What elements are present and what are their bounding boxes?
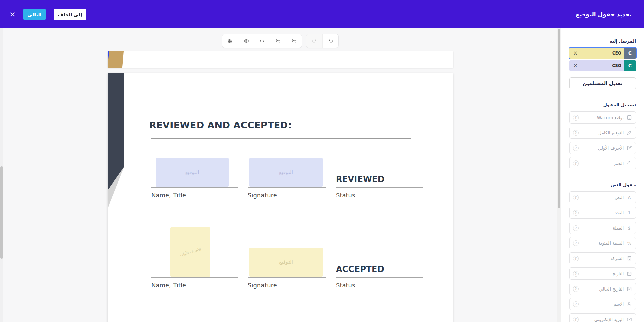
sidebar-item-label: الأحرف الأولى <box>598 146 624 151</box>
signature-fields-editor: تحديد حقول التوقيع التالي إلى الخلف × ال… <box>0 0 644 322</box>
recipients-title: المرسل إليه <box>569 39 636 44</box>
document-page-1-bottom <box>108 51 453 68</box>
grid-icon[interactable] <box>222 34 238 48</box>
column-label: Name, Title <box>151 192 186 199</box>
sidebar-item-label: التاريخ <box>612 271 624 276</box>
remove-recipient-icon[interactable]: × <box>569 63 582 69</box>
sidebar-item-label: النسبة المئوية <box>599 241 624 246</box>
sidebar-item-label: البريد الإلكتروني <box>594 317 624 322</box>
number-icon: 1 <box>627 210 632 215</box>
sidebar-item-label: العدد <box>615 210 624 215</box>
history-tools-group <box>306 34 339 48</box>
left-scrollbar-track <box>0 28 3 322</box>
document-scrollbar-thumb[interactable] <box>558 29 560 208</box>
help-icon[interactable]: ? <box>573 225 579 231</box>
column-label: Status <box>336 282 355 289</box>
help-icon[interactable]: ? <box>573 210 579 216</box>
avatar: C <box>624 48 636 59</box>
help-icon[interactable]: ? <box>573 286 579 292</box>
sidebar-item-currency[interactable]: $ العملة ? <box>569 222 636 234</box>
close-icon[interactable]: × <box>7 8 18 20</box>
sidebar-item-company[interactable]: الشركة ? <box>569 252 636 264</box>
sidebar-item-wacom-signature[interactable]: توقيع Wacom ? <box>569 111 636 124</box>
sidebar-item-email[interactable]: البريد الإلكتروني ? <box>569 313 636 322</box>
help-icon[interactable]: ? <box>573 271 579 277</box>
zoom-out-icon[interactable] <box>286 34 302 48</box>
sidebar-item-current-date[interactable]: التاريخ الحالي ? <box>569 283 636 295</box>
sidebar-item-label: التوقيع الكامل <box>598 130 624 135</box>
sidebar-item-full-signature[interactable]: التوقيع الكامل ? <box>569 127 636 139</box>
status-value: ACCEPTED <box>336 264 384 274</box>
sidebar-item-label: الختم <box>614 161 624 166</box>
initials-edit-icon <box>627 145 632 151</box>
help-icon[interactable]: ? <box>573 145 579 151</box>
recipient-chip-cso[interactable]: C CSO × <box>569 60 636 71</box>
sidebar-item-date[interactable]: التاريخ ? <box>569 267 636 280</box>
heading-rule <box>151 138 411 139</box>
edit-recipients-button[interactable]: تعديل المستلمين <box>569 77 636 89</box>
topbar: تحديد حقول التوقيع التالي إلى الخلف × <box>0 0 644 28</box>
initials-field[interactable]: الأحرف الأولى <box>170 227 210 277</box>
document-viewer: REVIEWED AND ACCEPTED: التوقيع التوقيع R… <box>0 28 561 322</box>
calendar-check-icon <box>627 286 632 292</box>
help-icon[interactable]: ? <box>573 115 579 121</box>
fields-sidebar: المرسل إليه C CEO × C CSO × تعديل المستل… <box>561 28 644 322</box>
sidebar-item-label: الاسم <box>613 302 624 307</box>
status-value: REVIEWED <box>336 175 385 184</box>
sidebar-item-name[interactable]: الاسم ? <box>569 298 636 310</box>
envelope-icon <box>627 317 632 322</box>
recipient-label: CEO <box>582 51 624 56</box>
viewer-toolbar <box>222 34 339 48</box>
help-icon[interactable]: ? <box>573 301 579 307</box>
back-button[interactable]: إلى الخلف <box>54 9 86 20</box>
column-label: Signature <box>248 192 277 199</box>
sidebar-item-label: النص <box>615 195 624 200</box>
help-icon[interactable]: ? <box>573 256 579 261</box>
page-accent-tan <box>108 51 124 68</box>
signature-field[interactable]: التوقيع <box>249 158 323 187</box>
help-icon[interactable]: ? <box>573 130 579 136</box>
percent-icon: % <box>627 241 632 246</box>
help-icon[interactable]: ? <box>573 195 579 200</box>
help-icon[interactable]: ? <box>573 240 579 246</box>
sidebar-item-initials[interactable]: الأحرف الأولى ? <box>569 142 636 154</box>
sidebar-item-label: التاريخ الحالي <box>599 286 624 292</box>
text-fields-section-title: حقول النص <box>569 182 636 187</box>
person-icon <box>627 301 632 307</box>
calendar-icon <box>627 271 632 276</box>
redo-icon[interactable] <box>306 34 322 48</box>
fit-width-icon[interactable] <box>254 34 270 48</box>
sidebar-item-label: العملة <box>613 226 624 231</box>
sidebar-item-percentage[interactable]: % النسبة المئوية ? <box>569 237 636 249</box>
sidebar-item-number[interactable]: 1 العدد ? <box>569 207 636 219</box>
help-icon[interactable]: ? <box>573 317 579 322</box>
column-label: Name, Title <box>151 282 186 289</box>
zoom-in-icon[interactable] <box>270 34 286 48</box>
currency-icon: $ <box>627 226 632 231</box>
view-tools-group <box>222 34 302 48</box>
avatar: C <box>624 60 636 71</box>
left-scrollbar-thumb[interactable] <box>0 166 3 259</box>
next-button[interactable]: التالي <box>23 9 46 20</box>
stamp-icon <box>627 160 632 166</box>
text-icon: A <box>627 195 632 200</box>
wacom-tablet-icon <box>627 115 632 120</box>
help-icon[interactable]: ? <box>573 160 579 166</box>
document-page-2: REVIEWED AND ACCEPTED: التوقيع التوقيع R… <box>108 73 453 322</box>
column-label: Signature <box>248 282 277 289</box>
undo-icon[interactable] <box>322 34 338 48</box>
recipient-chip-ceo[interactable]: C CEO × <box>569 48 636 59</box>
page-title: تحديد حقول التوقيع <box>576 0 632 28</box>
sidebar-item-label: توقيع Wacom <box>597 115 624 120</box>
recipient-label: CSO <box>582 63 624 68</box>
signature-fields-section-title: تسجيل الحقول <box>569 102 636 107</box>
preview-eye-icon[interactable] <box>238 34 254 48</box>
pen-icon <box>627 130 632 135</box>
remove-recipient-icon[interactable]: × <box>569 50 582 56</box>
sidebar-item-stamp[interactable]: الختم ? <box>569 157 636 169</box>
sidebar-item-text[interactable]: A النص ? <box>569 191 636 203</box>
signature-field[interactable]: التوقيع <box>249 248 323 277</box>
document-heading: REVIEWED AND ACCEPTED: <box>149 120 292 130</box>
company-icon <box>627 256 632 261</box>
signature-field[interactable]: التوقيع <box>156 158 229 187</box>
